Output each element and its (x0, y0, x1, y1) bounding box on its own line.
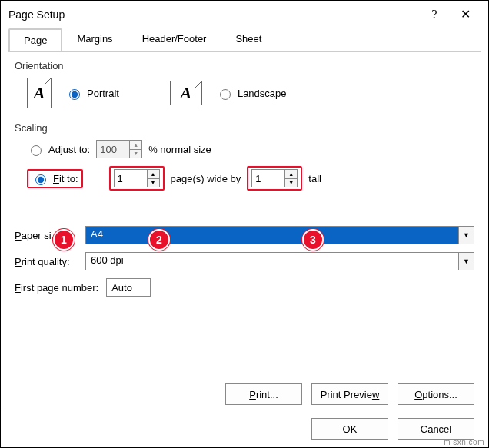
ok-button[interactable]: OK (311, 418, 388, 440)
scaling-group: Scaling Adjust to: ▲▼ % normal size (15, 119, 474, 191)
tab-header-footer-label: Header/Footer (142, 33, 207, 45)
orientation-group: Orientation A Portrait A Landscape (15, 57, 474, 108)
spin-down-icon[interactable]: ▼ (130, 150, 141, 158)
portrait-page-icon: A (27, 78, 52, 108)
paper-size-value: A4 (86, 227, 458, 244)
callout-2: 2 (148, 229, 170, 251)
fit-to-radio-input[interactable] (35, 174, 46, 185)
paper-size-row: Paper size: A4 ▼ (15, 226, 474, 244)
print-quality-label: Print quality: (15, 256, 81, 267)
tab-sheet-label: Sheet (235, 33, 261, 45)
adjust-to-spinner[interactable]: ▲▼ (96, 140, 142, 158)
tab-page[interactable]: Page (8, 28, 62, 52)
spin-up-icon[interactable]: ▲ (285, 170, 297, 179)
tab-sheet[interactable]: Sheet (221, 28, 276, 51)
first-page-label: First page number: (15, 282, 98, 294)
portrait-radio-label: Portrait (87, 88, 119, 99)
portrait-radio-input[interactable] (69, 89, 80, 100)
spin-down-icon[interactable]: ▼ (148, 179, 159, 187)
page-setup-dialog: Page Setup ? ✕ Page Margins Header/Foote… (0, 0, 489, 448)
cancel-button[interactable]: Cancel (398, 418, 474, 440)
callout-1: 1 (53, 229, 75, 251)
portrait-radio[interactable]: Portrait (65, 87, 119, 100)
adjust-to-label: Adjust to: (48, 144, 90, 155)
options-button[interactable]: Options... (398, 383, 474, 405)
landscape-page-icon: A (170, 81, 202, 105)
fit-to-label: Fit to: (53, 173, 78, 184)
action-button-row: Print... Print Preview Options... (1, 383, 488, 410)
help-button[interactable]: ? (419, 8, 450, 22)
print-button[interactable]: Print... (225, 383, 302, 405)
normal-size-label: % normal size (148, 144, 211, 155)
tab-strip: Page Margins Header/Footer Sheet (8, 28, 481, 52)
titlebar: Page Setup ? ✕ (1, 1, 488, 26)
adjust-to-radio-input[interactable] (31, 145, 42, 156)
fit-tall-input[interactable] (252, 170, 284, 187)
tab-page-label: Page (24, 35, 47, 46)
dialog-footer: OK Cancel (1, 410, 488, 447)
tab-header-footer[interactable]: Header/Footer (128, 28, 221, 51)
chevron-down-icon[interactable]: ▼ (458, 253, 474, 270)
tab-margins-label: Margins (77, 33, 112, 45)
tall-label: tall (308, 173, 321, 184)
adjust-to-input[interactable] (97, 141, 129, 158)
fit-wide-spinner[interactable]: ▲▼ (114, 169, 160, 187)
fit-wide-input[interactable] (115, 170, 147, 187)
print-quality-row: Print quality: 600 dpi ▼ (15, 252, 474, 270)
watermark: m sxn.com (444, 438, 484, 446)
scaling-label: Scaling (15, 122, 474, 134)
chevron-down-icon[interactable]: ▼ (458, 227, 474, 244)
spin-down-icon[interactable]: ▼ (285, 179, 297, 187)
fit-tall-spinner[interactable]: ▲▼ (251, 169, 298, 187)
callout-3: 3 (302, 229, 324, 251)
spin-up-icon[interactable]: ▲ (148, 170, 159, 179)
landscape-radio-input[interactable] (220, 89, 231, 100)
pages-wide-by-label: page(s) wide by (171, 173, 241, 184)
landscape-radio[interactable]: Landscape (216, 87, 287, 100)
paper-size-combo[interactable]: A4 ▼ (85, 226, 474, 244)
tab-margins[interactable]: Margins (62, 28, 127, 51)
print-quality-value: 600 dpi (86, 253, 458, 270)
close-button[interactable]: ✕ (450, 7, 481, 22)
print-quality-combo[interactable]: 600 dpi ▼ (85, 252, 474, 270)
fit-to-radio[interactable]: Fit to: (32, 172, 78, 185)
spin-up-icon[interactable]: ▲ (130, 141, 141, 150)
first-page-row: First page number: (15, 278, 474, 297)
orientation-label: Orientation (15, 60, 474, 71)
adjust-to-radio[interactable]: Adjust to: (27, 143, 90, 156)
dialog-content: Orientation A Portrait A Landscape Scali… (1, 52, 488, 383)
landscape-radio-label: Landscape (238, 88, 287, 99)
window-title: Page Setup (8, 8, 419, 21)
first-page-input[interactable] (106, 278, 151, 297)
print-preview-button[interactable]: Print Preview (311, 383, 388, 405)
